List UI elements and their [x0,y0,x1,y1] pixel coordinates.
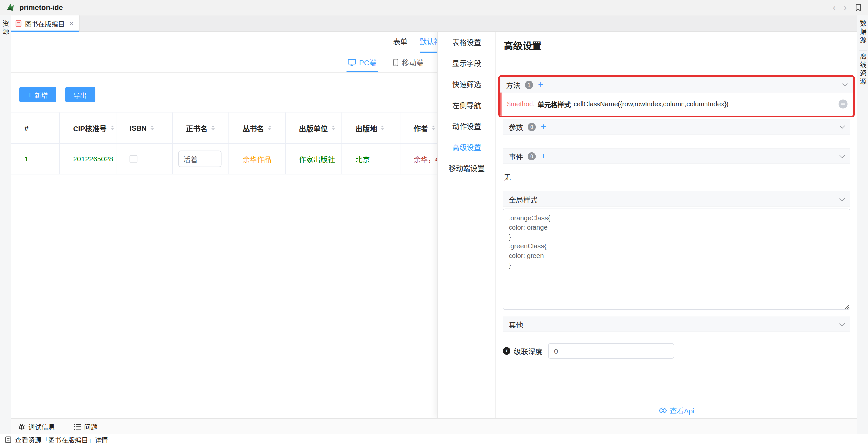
debug-info-label: 调试信息 [28,422,55,431]
left-rail-resources-tab[interactable]: 资源 [1,20,10,37]
chevron-down-icon[interactable] [842,81,848,87]
title-input[interactable] [178,151,222,167]
method-prefix: $method. [507,100,535,108]
cell-place: 北京 [342,144,400,174]
problems-button[interactable]: 问题 [73,422,97,431]
cell-title [173,144,229,174]
column-label: 丛书名 [243,123,264,133]
delete-method-icon[interactable] [839,100,848,108]
view-api-link[interactable]: 查看Api [503,405,850,416]
cell-index: 1 [11,144,60,174]
column-label: # [24,124,28,132]
table-row: 1 2012265028 余华作品 作家出版社 北京 余华，著 [11,144,498,174]
column-header-cip: CIP核准号 [60,112,116,143]
global-style-textarea[interactable]: .orangeClass{ color: orange } .greenClas… [503,209,850,310]
isbn-checkbox[interactable] [130,155,137,163]
right-rail-offline-resources-tab[interactable]: 离线资源 [858,53,868,86]
column-label: 出版单位 [299,123,328,133]
document-tab-label: 图书在版编目 [25,19,65,28]
chevron-down-icon[interactable] [839,153,845,158]
tab-pc-label: PC端 [359,57,376,68]
menu-item-action-settings[interactable]: 动作设置 [438,116,495,137]
bug-icon [18,423,26,431]
sort-icon[interactable] [381,124,384,132]
export-button-label: 导出 [73,90,87,99]
method-item[interactable]: $method. 单元格样式 cellClassName({row,rowInd… [500,93,853,116]
tab-mobile[interactable]: 移动端 [393,53,424,72]
app-title: primeton-ide [19,3,63,11]
editor-area: 表单 默认视图 PC端 [11,32,857,418]
add-event-button[interactable]: + [541,152,546,160]
titlebar: primeton-ide ‹ › [0,0,868,15]
section-events-header[interactable]: 事件 0 + [503,148,850,164]
cascade-depth-label: 级联深度 [514,346,542,356]
column-header-index: # [11,112,60,143]
sort-icon[interactable] [332,124,335,132]
section-label: 参数 [509,121,523,132]
cascade-depth-input[interactable] [548,343,674,359]
nav-forward-icon[interactable]: › [840,2,851,13]
section-label: 事件 [509,151,523,161]
sort-icon[interactable] [432,124,435,132]
column-header-isbn: ISBN [116,112,173,143]
section-other-header[interactable]: 其他 [503,317,850,332]
column-header-series: 丛书名 [229,112,286,143]
column-label: 出版地 [355,123,377,133]
table-toolbar: + 新增 导出 [19,87,95,102]
section-methods-header[interactable]: 方法 1 + [500,77,853,92]
resource-doc-icon [4,436,11,443]
section-label: 其他 [509,319,523,329]
rail-divider [859,50,867,51]
phone-icon [393,58,399,66]
sort-icon[interactable] [111,124,114,132]
device-tabs: PC端 移动端 [348,53,424,72]
right-rail: 数据源 离线资源 [857,15,868,434]
workspace: 资源 图书在版编目 × 表单 默认视图 [0,15,868,434]
annotation-highlight: 方法 1 + $method. 单元格样式 cellClassName({row… [498,75,855,117]
add-button-label: 新增 [35,90,48,99]
add-param-button[interactable]: + [541,122,546,131]
menu-item-table-settings[interactable]: 表格设置 [438,32,495,53]
cell-cip: 2012265028 [60,144,116,174]
column-label: CIP核准号 [73,123,107,133]
export-button[interactable]: 导出 [65,87,95,102]
nav-back-icon[interactable]: ‹ [829,2,840,13]
menu-item-left-nav[interactable]: 左侧导航 [438,95,495,116]
tab-pc[interactable]: PC端 [348,53,377,72]
settings-panel: 表格设置 显示字段 快速筛选 左侧导航 动作设置 高级设置 移动端设置 高级设置 [437,32,857,418]
debug-info-button[interactable]: 调试信息 [18,422,55,431]
method-name: 单元格样式 [537,99,570,109]
list-icon [73,423,82,430]
document-tab[interactable]: 图书在版编目 × [11,15,80,31]
bookmark-icon[interactable] [854,3,862,11]
menu-item-advanced-settings[interactable]: 高级设置 [438,137,495,158]
menu-item-mobile-settings[interactable]: 移动端设置 [438,158,495,179]
sort-icon[interactable] [151,124,154,132]
table-header-row: # CIP核准号 ISBN 正书名 [11,112,498,144]
menu-item-quick-filter[interactable]: 快速筛选 [438,74,495,95]
column-label: 正书名 [186,123,208,133]
add-method-button[interactable]: + [538,81,543,89]
section-global-style-header[interactable]: 全局样式 [503,192,850,207]
column-header-place: 出版地 [342,112,400,143]
close-icon[interactable]: × [69,19,73,27]
menu-item-display-fields[interactable]: 显示字段 [438,53,495,74]
view-api-label: 查看Api [670,405,695,416]
right-rail-datasource-tab[interactable]: 数据源 [858,20,868,45]
tab-form[interactable]: 表单 [393,32,407,53]
info-icon: i [503,347,510,355]
count-badge: 0 [528,123,536,131]
sort-icon[interactable] [268,124,271,132]
sort-icon[interactable] [211,124,215,132]
chevron-down-icon[interactable] [839,321,845,326]
app-window: primeton-ide ‹ › 资源 图书在版编目 × [0,0,868,445]
statusbar: 查看资源「图书在版编目」详情 [0,434,868,445]
column-header-publisher: 出版单位 [286,112,342,143]
eye-icon [658,407,667,413]
app-logo-icon [6,3,15,12]
add-button[interactable]: + 新增 [19,87,56,102]
bottom-toolbar: 调试信息 问题 [11,418,857,434]
section-params-header[interactable]: 参数 0 + [503,119,850,134]
chevron-down-icon[interactable] [839,196,845,201]
chevron-down-icon[interactable] [839,123,845,129]
